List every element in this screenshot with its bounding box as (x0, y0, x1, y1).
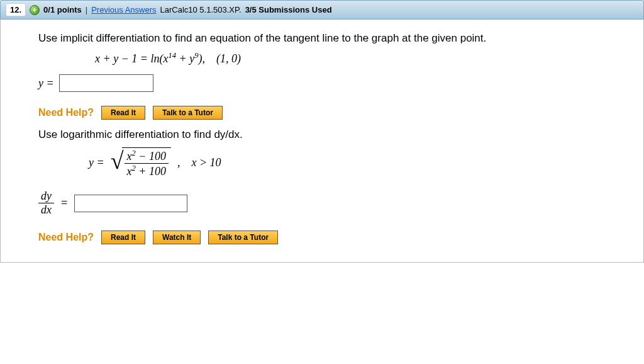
fraction: x2 − 100 x2 + 100 (125, 149, 169, 178)
answer-label-1: y = (38, 77, 54, 90)
source-text: LarCalc10 5.1.503.XP. (160, 5, 241, 14)
need-help-label-2: Need Help? (38, 232, 94, 243)
eq1-exp1: 14 (168, 51, 176, 60)
den-rest: + 100 (136, 165, 166, 178)
radical-icon: √ (111, 150, 124, 181)
y-equals: y = (89, 156, 104, 169)
question-number: 12. (6, 3, 26, 16)
plus-icon[interactable]: + (30, 5, 40, 15)
need-help-row-1: Need Help? Read It Talk to a Tutor (38, 106, 625, 120)
read-it-button-2[interactable]: Read It (101, 230, 145, 244)
question-header: 12. + 0/1 points | Previous Answers LarC… (0, 0, 644, 20)
prompt-2: Use logarithmic differentiation to find … (38, 128, 625, 141)
dydx-label: dy dx (38, 190, 54, 217)
den-x: x (127, 165, 132, 178)
prompt-1: Use implicit differentiation to find an … (38, 32, 625, 45)
question-content: Use implicit differentiation to find an … (0, 20, 644, 263)
talk-tutor-button-2[interactable]: Talk to a Tutor (208, 230, 278, 244)
num-x: x (127, 150, 132, 162)
dy-text: dy (38, 190, 54, 203)
watch-it-button[interactable]: Watch It (153, 230, 201, 244)
eq1-lhs: x + y − 1 = ln(x (95, 52, 168, 65)
previous-answers-link[interactable]: Previous Answers (91, 5, 156, 14)
points-text: 0/1 points (43, 5, 82, 14)
read-it-button[interactable]: Read It (101, 106, 145, 120)
equation-1: x + y − 1 = ln(x14 + y9), (1, 0) (95, 51, 625, 65)
eq1-mid: + y (176, 52, 194, 65)
submissions-text: 3/5 Submissions Used (245, 5, 332, 14)
equation-2: y = √ x2 − 100 x2 + 100 , x > 10 (89, 147, 625, 178)
equals-sign: = (60, 196, 68, 210)
need-help-label: Need Help? (38, 107, 94, 118)
num-rest: − 100 (136, 150, 166, 162)
answer-input-2[interactable] (74, 195, 187, 212)
answer-input-1[interactable] (59, 74, 153, 92)
sqrt-expression: √ x2 − 100 x2 + 100 (111, 147, 171, 178)
talk-tutor-button[interactable]: Talk to a Tutor (153, 106, 223, 120)
dx-text: dx (38, 203, 54, 217)
separator: | (86, 5, 87, 14)
eq1-rhs: ), (1, 0) (198, 52, 240, 65)
answer-row-1: y = (38, 74, 625, 92)
answer-row-2: dy dx = (38, 190, 625, 217)
need-help-row-2: Need Help? Read It Watch It Talk to a Tu… (38, 230, 625, 244)
condition-text: , x > 10 (177, 156, 221, 169)
